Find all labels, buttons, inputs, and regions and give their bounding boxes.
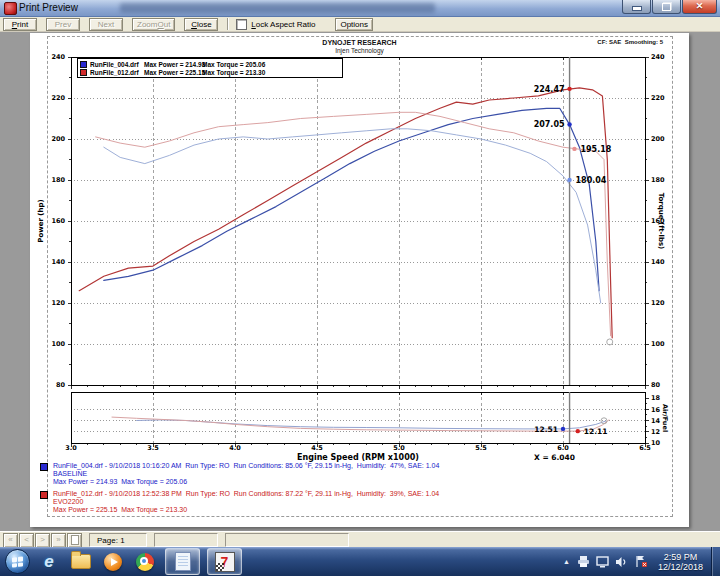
internet-explorer-button[interactable]: e <box>36 550 62 574</box>
next-button: Next <box>89 18 123 31</box>
winpep-window-button[interactable]: 7 <box>207 548 242 575</box>
chrome-icon <box>136 553 154 571</box>
svg-text:18: 18 <box>651 394 661 402</box>
run-line1: RunFile_004.drf - 9/10/2018 10:16:20 AM … <box>53 462 439 470</box>
svg-text:207.05: 207.05 <box>534 120 565 129</box>
app-icon <box>4 2 17 15</box>
close-window-button[interactable]: ✕ <box>682 0 717 14</box>
svg-text:14: 14 <box>651 417 661 425</box>
svg-text:Power (hp): Power (hp) <box>37 199 45 242</box>
page-nav-button-0[interactable]: « <box>3 533 18 548</box>
svg-text:Air/Fuel: Air/Fuel <box>661 404 669 432</box>
svg-text:100: 100 <box>51 340 65 348</box>
options-button[interactable]: Options <box>335 18 373 31</box>
svg-text:10: 10 <box>651 439 661 447</box>
svg-text:4.0: 4.0 <box>229 444 241 452</box>
folder-icon <box>71 554 91 569</box>
restore-button[interactable] <box>652 0 681 14</box>
svg-text:140: 140 <box>651 258 665 266</box>
run-swatch <box>40 463 48 471</box>
zoom-out-button: Zoom Out <box>132 18 175 31</box>
svg-text:120: 120 <box>51 299 65 307</box>
taskbar-clock[interactable]: 2:59 PM 12/12/2018 <box>658 552 703 572</box>
title-blurred-text <box>120 3 435 13</box>
media-player-icon <box>104 553 122 571</box>
legend-max-torque: Max Torque = 205.06 <box>202 61 265 68</box>
status-bar: «<>» Page: 1 <box>0 531 720 548</box>
svg-text:Torque (ft-lbs): Torque (ft-lbs) <box>657 193 665 250</box>
svg-text:80: 80 <box>651 381 661 389</box>
legend-file: RunFile_012.drf <box>90 69 144 76</box>
lock-aspect-ratio-label: Lock Aspect Ratio <box>251 20 315 29</box>
svg-text:4.5: 4.5 <box>311 444 323 452</box>
run-line3: Max Power = 225.15 Max Torque = 213.30 <box>53 506 439 514</box>
system-tray: ▲ 2:59 PM 12/12/2018 <box>563 547 720 576</box>
svg-text:240: 240 <box>51 53 65 61</box>
run-line2: EVO2200 <box>53 498 439 506</box>
volume-tray-icon[interactable] <box>615 556 628 568</box>
run-line1: RunFile_012.drf - 9/10/2018 12:52:38 PM … <box>53 490 439 498</box>
svg-text:16: 16 <box>651 406 661 414</box>
legend-max-torque: Max Torque = 213.30 <box>202 69 265 76</box>
taskbar: e 7 ▲ 2:59 PM 12/12/2018 <box>0 547 720 576</box>
svg-text:5.5: 5.5 <box>475 444 487 452</box>
document-icon <box>175 552 191 571</box>
svg-text:120: 120 <box>651 299 665 307</box>
dyno-chart: 224.47207.05195.18180.0412.5112.11240240… <box>30 33 689 527</box>
svg-text:12: 12 <box>651 428 660 436</box>
legend-max-power: Max Power = 214.93 <box>144 61 205 68</box>
chart-subtitle: Injen Technology <box>30 47 689 54</box>
run-line3: Max Power = 214.93 Max Torque = 205.06 <box>53 478 439 486</box>
lock-aspect-ratio-checkbox[interactable] <box>236 19 247 30</box>
action-center-flag-icon[interactable] <box>634 555 648 568</box>
toolbar-buttons: PrintPrevNextZoom OutClose <box>3 18 227 31</box>
screen: Print Preview ✕ PrintPrevNextZoom OutClo… <box>0 0 720 576</box>
statusbar-nav: «<>» <box>2 533 66 548</box>
media-player-button[interactable] <box>100 550 126 574</box>
close-icon: ✕ <box>696 2 704 11</box>
svg-text:240: 240 <box>651 53 665 61</box>
run-summary: RunFile_004.drf - 9/10/2018 10:16:20 AM … <box>40 462 439 486</box>
file-explorer-button[interactable] <box>68 550 94 574</box>
page-indicator: Page: 1 <box>89 533 147 547</box>
print-page-nav-button[interactable] <box>67 533 82 548</box>
print-preview-window-button[interactable] <box>165 548 200 575</box>
chart-correction-factor: CF: SAE Smoothing: 5 <box>597 39 663 45</box>
winpep-icon: 7 <box>215 552 235 572</box>
display-tray-icon[interactable] <box>596 556 609 568</box>
printer-tray-icon[interactable] <box>577 556 590 568</box>
restore-icon <box>662 3 671 11</box>
svg-text:160: 160 <box>51 217 65 225</box>
run-line2: BASELINE <box>53 470 439 478</box>
chrome-button[interactable] <box>132 550 158 574</box>
print-button[interactable]: Print <box>3 18 37 31</box>
legend-max-power: Max Power = 225.15 <box>144 69 205 76</box>
svg-text:5.0: 5.0 <box>393 444 405 452</box>
svg-text:200: 200 <box>51 135 65 143</box>
statusbar-panel <box>225 533 349 547</box>
print-page: 224.47207.05195.18180.0412.5112.11240240… <box>30 33 689 527</box>
svg-text:180: 180 <box>651 176 665 184</box>
legend-swatch <box>80 61 87 68</box>
run-swatch <box>40 491 48 499</box>
close-button[interactable]: Close <box>184 18 218 31</box>
preview-area: 224.47207.05195.18180.0412.5112.11240240… <box>0 32 720 531</box>
page-nav-button-2[interactable]: > <box>35 533 50 548</box>
svg-text:220: 220 <box>651 94 665 102</box>
svg-text:220: 220 <box>51 94 65 102</box>
page-nav-button-1[interactable]: < <box>19 533 34 548</box>
svg-text:180.04: 180.04 <box>576 176 607 185</box>
svg-text:3.0: 3.0 <box>65 444 77 452</box>
page-nav-button-3[interactable]: » <box>51 533 66 548</box>
svg-text:X = 6.040: X = 6.040 <box>534 453 575 462</box>
hidden-icons-arrow[interactable]: ▲ <box>563 558 570 565</box>
svg-text:6.0: 6.0 <box>557 444 569 452</box>
legend-row: RunFile_012.drfMax Power = 225.15Max Tor… <box>80 68 340 76</box>
show-desktop-button[interactable] <box>711 547 720 576</box>
svg-text:224.47: 224.47 <box>534 85 565 94</box>
minimize-button[interactable] <box>622 0 651 14</box>
chart-legend: RunFile_004.drfMax Power = 214.93Max Tor… <box>77 58 343 78</box>
run-summary: RunFile_012.drf - 9/10/2018 12:52:38 PM … <box>40 490 439 514</box>
clock-date: 12/12/2018 <box>658 562 703 572</box>
start-button[interactable] <box>5 549 30 574</box>
